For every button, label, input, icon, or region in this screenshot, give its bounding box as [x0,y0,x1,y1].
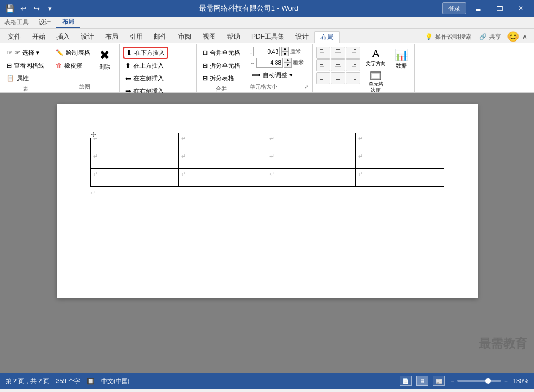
align-middle-left[interactable] [316,59,330,71]
document-table[interactable]: ↵ ↵ ↵ ↵ ↵ ↵ ↵ ↵ ↵ ↵ ↵ ↵ [90,133,444,187]
ribbon-collapse-icon[interactable]: ∧ [522,33,527,40]
word-count[interactable]: 359 个字 [56,377,80,385]
svg-rect-13 [335,66,341,67]
height-unit: 厘米 [290,48,301,55]
share-button[interactable]: 🔗 共享 [477,30,504,43]
delete-button[interactable]: ✖ 删除 [94,47,116,72]
align-bottom-left[interactable] [316,72,330,84]
align-bottom-center[interactable] [331,72,345,84]
split-table-button[interactable]: ⊟ 拆分表格 [200,72,236,84]
tab-references[interactable]: 引用 [124,30,148,43]
zoom-thumb [485,378,491,384]
cell-size-expand[interactable]: ↗ [304,84,309,90]
zoom-out-icon[interactable]: － [449,377,455,385]
zoom-controls[interactable]: － ＋ 130% [449,377,528,385]
table-cell[interactable]: ↵ [90,151,179,169]
para-mark: ↵ [269,135,274,142]
svg-rect-11 [320,68,324,68]
cell-margin-button[interactable]: 单元格边距 [366,70,386,95]
track-changes-icon[interactable]: 🔲 [87,378,95,385]
tell-me-button[interactable]: 💡 操作说明搜索 [423,30,474,43]
draw-table-button[interactable]: ✏️ 绘制表格 [54,47,92,59]
focus-view-button[interactable]: 📰 [433,376,445,386]
width-down-btn[interactable]: ▼ [284,63,292,68]
table-cell[interactable]: ↵ [90,169,179,187]
close-button[interactable]: ✕ [512,0,530,17]
save-icon[interactable]: 💾 [4,3,15,14]
align-bottom-right[interactable] [346,72,360,84]
text-direction-button[interactable]: A 文字方向 [364,47,388,69]
merge-cells-button[interactable]: ⊟ 合并单元格 [200,47,242,59]
tab-mailings[interactable]: 邮件 [148,30,173,43]
table-move-handle[interactable] [90,131,97,138]
insert-above-button[interactable]: ⬆ 在上方插入 [123,59,166,71]
svg-rect-25 [372,73,380,79]
tab-pdf[interactable]: PDF工具集 [246,30,290,43]
table-cell[interactable]: ↵ [267,133,356,151]
group-cell-size-content: ↕ ▲ ▼ 厘米 ↔ ▲ ▼ 厘米 ⟺ 自动调整 ▾ [248,45,310,82]
insert-below-button[interactable]: ⬇ 在下方插入 [123,47,168,59]
eraser-button[interactable]: 🗑 橡皮擦 [54,59,92,71]
select-button[interactable]: ☞ ☞ 选择 ▾ [4,47,46,59]
group-cell-size-label: 单元格大小 ↗ [248,82,310,91]
table-cell[interactable]: ↵ [267,169,356,187]
table-buttons-col: ☞ ☞ 选择 ▾ ⊞ 查看网格线 📋 属性 [4,47,46,84]
gridlines-button[interactable]: ⊞ 查看网格线 [4,59,46,71]
minimize-button[interactable]: 🗕 [470,0,488,17]
align-top-center[interactable] [331,47,345,59]
share-icon: 🔗 [479,33,487,40]
redo-icon[interactable]: ↪ [31,3,42,14]
print-view-button[interactable]: 📄 [400,376,412,386]
login-button[interactable]: 登录 [442,2,466,14]
table-cell[interactable]: ↵ [355,133,444,151]
maximize-button[interactable]: 🗖 [491,0,509,17]
web-view-button[interactable]: 🖥 [416,376,428,386]
height-spinner[interactable]: ▲ ▼ [281,47,289,56]
height-up-btn[interactable]: ▲ [281,47,289,51]
properties-button[interactable]: 📋 属性 [4,72,46,84]
page-info[interactable]: 第 2 页，共 2 页 [6,377,49,385]
auto-adjust-button[interactable]: ⟺ 自动调整 ▾ [250,69,295,81]
table-cell[interactable]: ↵ [355,151,444,169]
tab-design-table[interactable]: 设计 [33,17,56,28]
height-down-btn[interactable]: ▼ [281,51,289,56]
customize-icon[interactable]: ▾ [44,3,55,14]
table-cell[interactable]: ↵ [179,151,267,169]
auto-adjust-icon: ⟺ [252,71,261,79]
align-top-right[interactable] [346,47,360,59]
tab-table-layout[interactable]: 布局 [314,31,340,43]
language[interactable]: 中文(中国) [101,377,129,385]
tab-table-design[interactable]: 设计 [290,30,314,43]
tab-home[interactable]: 开始 [27,30,51,43]
width-up-btn[interactable]: ▲ [284,58,292,63]
width-spinner[interactable]: ▲ ▼ [284,58,292,68]
table-cell[interactable]: ↵ [179,169,267,187]
svg-rect-18 [320,79,323,80]
table-cell[interactable]: ↵ [90,133,179,151]
align-middle-center[interactable] [331,59,345,71]
tab-insert[interactable]: 插入 [51,30,75,43]
tab-layout[interactable]: 布局 [100,30,124,43]
status-bar: 第 2 页，共 2 页 359 个字 🔲 中文(中国) 📄 🖥 📰 － ＋ 13… [0,373,534,389]
undo-icon[interactable]: ↩ [18,3,29,14]
align-top-left[interactable] [316,47,330,59]
tab-layout-table[interactable]: 布局 [56,17,80,28]
align-middle-right[interactable] [346,59,360,71]
tab-help[interactable]: 帮助 [221,30,246,43]
tab-view[interactable]: 视图 [197,30,221,43]
insert-left-button[interactable]: ⬅ 在左侧插入 [123,72,166,84]
zoom-in-icon[interactable]: ＋ [503,377,509,385]
cell-height-input[interactable] [253,47,280,56]
tab-design[interactable]: 设计 [75,30,100,43]
tab-review[interactable]: 审阅 [173,30,197,43]
cell-width-input[interactable] [256,58,283,68]
group-merge-content: ⊟ 合并单元格 ⊞ 拆分单元格 ⊟ 拆分表格 [199,45,243,85]
table-cell[interactable]: ↵ [267,151,356,169]
tab-file[interactable]: 文件 [2,30,27,43]
split-cells-button[interactable]: ⊞ 拆分单元格 [200,59,242,71]
data-button[interactable]: 📊 数据 [391,47,411,71]
grid-icon: ⊞ [7,62,12,69]
table-cell[interactable]: ↵ [355,169,444,187]
table-cell[interactable]: ↵ [179,133,267,151]
zoom-slider[interactable] [457,380,501,382]
